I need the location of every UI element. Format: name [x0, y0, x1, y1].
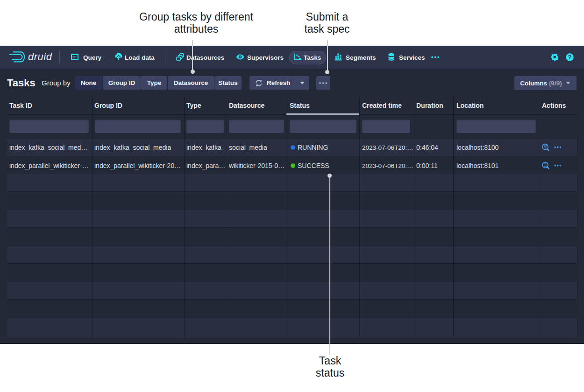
svg-text:?: ? [568, 54, 572, 61]
